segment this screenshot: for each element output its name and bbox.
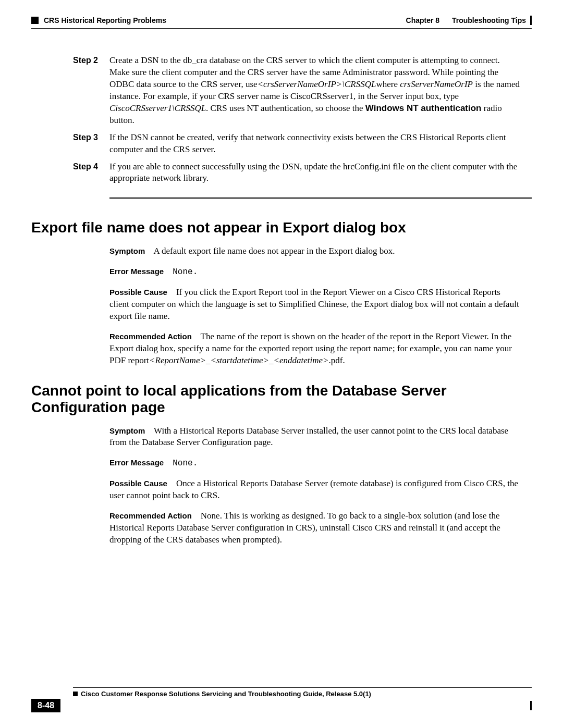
section-heading-dbconfig: Cannot point to local applications from … [31,382,532,416]
footer-marker-icon [73,692,78,696]
action-label: Recommended Action [109,332,192,341]
page-footer: Cisco Customer Response Solutions Servic… [31,687,532,712]
step-3: Step 3 If the DSN cannot be created, ver… [73,132,521,156]
symptom-label: Symptom [109,246,145,255]
footer-bar-icon [530,701,532,710]
step-body: If you are able to connect successfully … [109,161,521,185]
step-label: Step 3 [73,132,109,156]
header-chapter-title: Troubleshooting Tips [452,16,526,24]
error-text: None. [173,267,198,277]
error-label: Error Message [109,458,164,467]
cause-label: Possible Cause [109,479,167,488]
step-4: Step 4 If you are able to connect succes… [73,161,521,185]
error-text: None. [173,459,198,468]
section-body-export: Symptom A default export file name does … [109,245,521,366]
symptom-text: A default export file name does not appe… [153,246,395,256]
error-label: Error Message [109,267,164,276]
step-body: If the DSN cannot be created, verify tha… [109,132,521,156]
steps-block: Step 2 Create a DSN to the db_cra databa… [73,55,521,184]
section-body-dbconfig: Symptom With a Historical Reports Databa… [109,425,521,546]
section-divider [109,198,532,199]
step-label: Step 2 [73,55,109,127]
step-label: Step 4 [73,161,109,185]
page-number: 8-48 [31,699,60,712]
header-marker-icon [31,17,39,24]
action-label: Recommended Action [109,511,192,520]
page-header: CRS Historical Reporting Problems Chapte… [31,16,532,25]
symptom-label: Symptom [109,426,145,435]
step-2: Step 2 Create a DSN to the db_cra databa… [73,55,521,127]
section-heading-export: Export file name does not appear in Expo… [31,219,532,236]
header-chapter-label: Chapter 8 [406,16,440,24]
header-rule [31,28,532,29]
symptom-text: With a Historical Reports Database Serve… [109,426,508,448]
header-bar-icon [530,16,532,25]
footer-doc-title: Cisco Customer Response Solutions Servic… [81,690,371,698]
header-section-title: CRS Historical Reporting Problems [44,16,166,24]
footer-rule [73,687,532,688]
step-body: Create a DSN to the db_cra database on t… [109,55,521,127]
cause-label: Possible Cause [109,288,167,297]
